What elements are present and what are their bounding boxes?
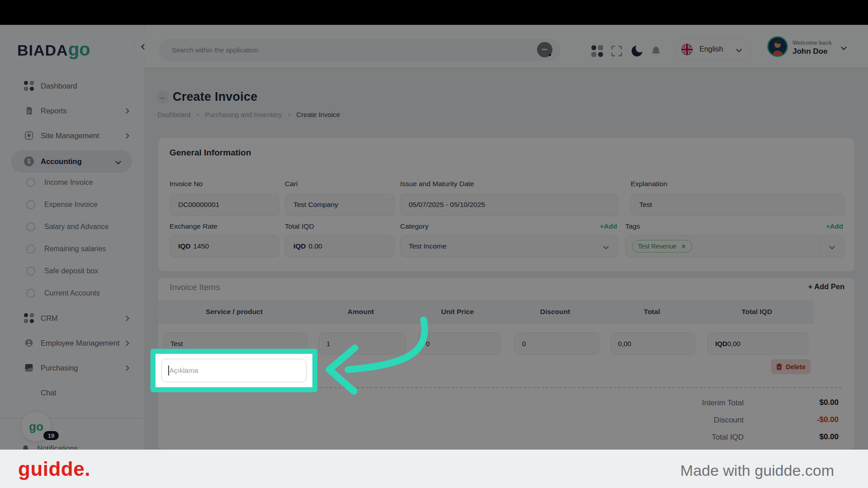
guidde-logo: guidde. (18, 458, 90, 480)
text-cursor (168, 366, 169, 375)
guidde-pointer-arrow (312, 307, 457, 407)
highlight-box (151, 349, 317, 392)
description-input-wrap (161, 359, 307, 382)
description-input[interactable] (170, 366, 292, 375)
made-with-guidde-text: Made with guidde.com (680, 462, 834, 479)
